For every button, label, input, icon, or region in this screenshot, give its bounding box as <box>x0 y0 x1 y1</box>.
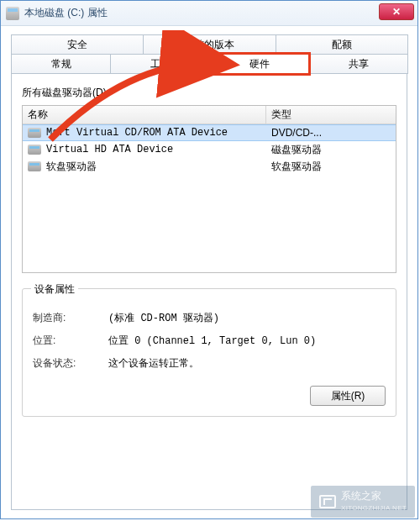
device-name: Msft Virtual CD/ROM ATA Device <box>46 127 228 139</box>
list-item[interactable]: 软盘驱动器 软盘驱动器 <box>23 158 396 175</box>
drive-icon <box>6 7 19 20</box>
watermark-logo-icon <box>319 495 336 508</box>
tab-security[interactable]: 安全 <box>11 34 144 55</box>
watermark: 系统之家 XITONGZHIJIA.NET <box>311 486 415 518</box>
watermark-text: 系统之家 <box>341 490 381 502</box>
tab-sharing[interactable]: 共享 <box>308 54 408 74</box>
location-value: 位置 0 (Channel 1, Target 0, Lun 0) <box>108 334 386 348</box>
cdrom-icon <box>28 128 41 138</box>
tab-general[interactable]: 常规 <box>11 54 111 74</box>
tab-tools[interactable]: 工具 <box>110 54 210 74</box>
dialog-body: 安全 以前的版本 配额 常规 工具 硬件 共享 所有磁盘驱动器(D): 名称 类… <box>1 26 417 520</box>
device-name: Virtual HD ATA Device <box>46 144 173 155</box>
status-value: 这个设备运转正常。 <box>108 356 386 371</box>
titlebar[interactable]: 本地磁盘 (C:) 属性 ✕ <box>1 1 417 26</box>
manufacturer-label: 制造商: <box>33 311 108 325</box>
floppy-icon <box>28 161 41 171</box>
hardware-panel: 所有磁盘驱动器(D): 名称 类型 Msft Virtual CD/ROM AT… <box>11 73 407 510</box>
list-header: 名称 类型 <box>23 106 396 124</box>
list-item[interactable]: Virtual HD ATA Device 磁盘驱动器 <box>23 141 396 158</box>
window-title: 本地磁盘 (C:) 属性 <box>24 6 108 20</box>
device-type: 软盘驱动器 <box>266 158 396 175</box>
column-name[interactable]: 名称 <box>23 106 266 124</box>
tab-quota[interactable]: 配额 <box>276 34 408 55</box>
close-button[interactable]: ✕ <box>379 3 414 20</box>
device-type: DVD/CD-... <box>266 124 396 141</box>
all-drives-label: 所有磁盘驱动器(D): <box>22 86 396 100</box>
properties-button[interactable]: 属性(R) <box>310 386 386 406</box>
list-item[interactable]: Msft Virtual CD/ROM ATA Device DVD/CD-..… <box>23 124 396 141</box>
status-label: 设备状态: <box>33 356 108 371</box>
column-type[interactable]: 类型 <box>266 106 396 124</box>
group-legend: 设备属性 <box>31 282 78 297</box>
hdd-icon <box>28 145 41 155</box>
location-label: 位置: <box>33 334 108 348</box>
device-name: 软盘驱动器 <box>46 160 97 174</box>
tab-strip: 安全 以前的版本 配额 常规 工具 硬件 共享 所有磁盘驱动器(D): 名称 类… <box>11 34 407 510</box>
device-type: 磁盘驱动器 <box>266 141 396 158</box>
device-properties-group: 设备属性 制造商: (标准 CD-ROM 驱动器) 位置: 位置 0 (Chan… <box>22 288 396 417</box>
watermark-subtext: XITONGZHIJIA.NET <box>341 504 407 512</box>
properties-dialog: 本地磁盘 (C:) 属性 ✕ 安全 以前的版本 配额 常规 工具 硬件 共享 所… <box>0 0 418 519</box>
tab-hardware[interactable]: 硬件 <box>209 54 309 74</box>
drive-list[interactable]: 名称 类型 Msft Virtual CD/ROM ATA Device DVD… <box>22 105 396 273</box>
manufacturer-value: (标准 CD-ROM 驱动器) <box>108 311 386 325</box>
tab-previous-versions[interactable]: 以前的版本 <box>143 34 276 55</box>
